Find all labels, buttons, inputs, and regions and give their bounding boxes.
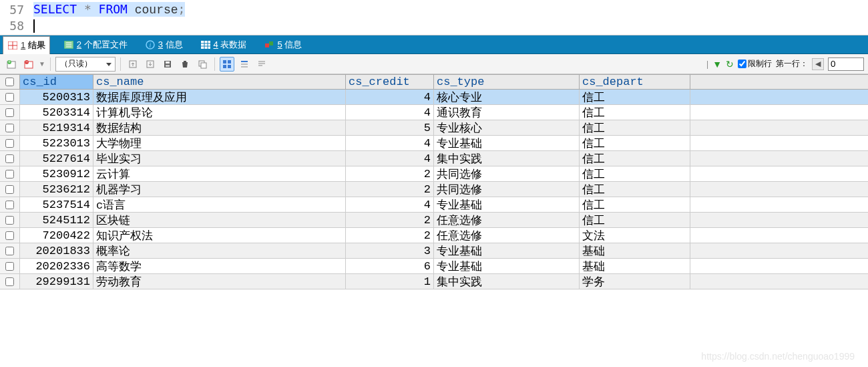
copy-button[interactable] xyxy=(195,57,210,72)
row-checkbox[interactable] xyxy=(0,105,20,120)
cell-cs-id[interactable]: 5227614 xyxy=(20,151,93,166)
view-form-button[interactable] xyxy=(237,57,252,72)
select-all-checkbox[interactable] xyxy=(0,75,20,89)
cell-cs-credit[interactable]: 3 xyxy=(346,243,434,258)
cell-cs-credit[interactable]: 4 xyxy=(346,90,434,104)
dropdown-icon[interactable]: ▼ xyxy=(39,60,45,68)
cell-cs-id[interactable]: 5203314 xyxy=(20,105,93,120)
row-checkbox[interactable] xyxy=(0,259,20,273)
cell-cs-type[interactable]: 专业基础 xyxy=(434,259,580,273)
cell-cs-name[interactable]: 数据库原理及应用 xyxy=(93,90,346,104)
save-button[interactable] xyxy=(160,57,175,72)
cell-cs-credit[interactable]: 4 xyxy=(346,151,434,166)
import-button[interactable] xyxy=(143,57,158,72)
cell-cs-type[interactable]: 专业基础 xyxy=(434,136,580,150)
cell-cs-id[interactable]: 5219314 xyxy=(20,120,93,135)
tab-profile[interactable]: 2 个配置文件 xyxy=(59,35,132,53)
cell-cs-depart[interactable]: 信工 xyxy=(580,151,690,166)
row-checkbox[interactable] xyxy=(0,90,20,104)
readonly-select[interactable]: （只读） xyxy=(55,57,116,72)
col-header-cs-id[interactable]: cs_id xyxy=(20,75,93,89)
cell-cs-type[interactable]: 专业基础 xyxy=(434,243,580,258)
cell-cs-id[interactable]: 5223013 xyxy=(20,136,93,150)
row-checkbox[interactable] xyxy=(0,136,20,150)
cell-cs-type[interactable]: 通识教育 xyxy=(434,105,580,120)
cell-cs-credit[interactable]: 6 xyxy=(346,259,434,273)
cell-cs-credit[interactable]: 2 xyxy=(346,213,434,227)
cell-cs-depart[interactable]: 信工 xyxy=(580,213,690,227)
cell-cs-name[interactable]: 毕业实习 xyxy=(93,151,346,166)
cell-cs-name[interactable]: 云计算 xyxy=(93,166,346,181)
table-row[interactable]: 29299131劳动教育1集中实践学务 xyxy=(0,274,868,289)
cell-cs-name[interactable]: 数据结构 xyxy=(93,120,346,135)
tab-info[interactable]: i 3 信息 xyxy=(141,35,187,53)
table-row[interactable]: 5230912云计算2共同选修信工 xyxy=(0,166,868,182)
cell-cs-id[interactable]: 5237514 xyxy=(20,197,93,212)
cell-cs-id[interactable]: 5245112 xyxy=(20,213,93,227)
row-checkbox[interactable] xyxy=(0,197,20,212)
cell-cs-type[interactable]: 集中实践 xyxy=(434,151,580,166)
tab-result[interactable]: 1 结果 xyxy=(3,36,50,54)
table-row[interactable]: 5200313数据库原理及应用4核心专业信工 xyxy=(0,90,868,105)
cell-cs-name[interactable]: 高等数学 xyxy=(93,259,346,273)
cell-cs-depart[interactable]: 信工 xyxy=(580,197,690,212)
cell-cs-id[interactable]: 7200422 xyxy=(20,228,93,243)
cell-cs-depart[interactable]: 信工 xyxy=(580,182,690,197)
table-row[interactable]: 5237514c语言4专业基础信工 xyxy=(0,197,868,213)
cell-cs-type[interactable]: 专业基础 xyxy=(434,197,580,212)
cell-cs-credit[interactable]: 2 xyxy=(346,182,434,197)
cell-cs-name[interactable]: c语言 xyxy=(93,197,346,212)
cell-cs-credit[interactable]: 4 xyxy=(346,197,434,212)
cell-cs-depart[interactable]: 信工 xyxy=(580,120,690,135)
cell-cs-id[interactable]: 20201833 xyxy=(20,243,93,258)
cell-cs-type[interactable]: 共同选修 xyxy=(434,166,580,181)
cell-cs-name[interactable]: 大学物理 xyxy=(93,136,346,150)
view-text-button[interactable] xyxy=(254,57,269,72)
table-row[interactable]: 7200422知识产权法2任意选修文法 xyxy=(0,228,868,243)
delete-button[interactable] xyxy=(178,57,192,72)
col-header-cs-name[interactable]: cs_name xyxy=(93,75,346,89)
sql-line[interactable]: SELECT * FROM course; xyxy=(33,2,185,17)
cell-cs-depart[interactable]: 文法 xyxy=(580,228,690,243)
cell-cs-name[interactable]: 劳动教育 xyxy=(93,274,346,289)
cell-cs-id[interactable]: 5200313 xyxy=(20,90,93,104)
cell-cs-name[interactable]: 计算机导论 xyxy=(93,105,346,120)
table-row[interactable]: 20201833概率论3专业基础基础 xyxy=(0,243,868,259)
table-row[interactable]: 5219314数据结构5专业核心信工 xyxy=(0,120,868,136)
cell-cs-name[interactable]: 区块链 xyxy=(93,213,346,227)
cell-cs-id[interactable]: 29299131 xyxy=(20,274,93,289)
row-checkbox[interactable] xyxy=(0,274,20,289)
table-row[interactable]: 5245112区块链2任意选修信工 xyxy=(0,213,868,228)
row-checkbox[interactable] xyxy=(0,120,20,135)
cell-cs-depart[interactable]: 信工 xyxy=(580,105,690,120)
export-button[interactable] xyxy=(126,57,140,72)
cell-cs-type[interactable]: 集中实践 xyxy=(434,274,580,289)
view-grid-button[interactable] xyxy=(220,57,234,72)
cell-cs-type[interactable]: 任意选修 xyxy=(434,213,580,227)
col-header-cs-type[interactable]: cs_type xyxy=(434,75,580,89)
cell-cs-credit[interactable]: 5 xyxy=(346,120,434,135)
first-row-input[interactable] xyxy=(828,57,864,71)
cell-cs-type[interactable]: 核心专业 xyxy=(434,90,580,104)
cell-cs-credit[interactable]: 1 xyxy=(346,274,434,289)
table-row[interactable]: 5203314计算机导论4通识教育信工 xyxy=(0,105,868,120)
cell-cs-credit[interactable]: 4 xyxy=(346,105,434,120)
sql-editor[interactable]: 57 SELECT * FROM course; 58 xyxy=(0,0,868,35)
table-row[interactable]: 5227614毕业实习4集中实践信工 xyxy=(0,151,868,166)
col-header-cs-depart[interactable]: cs_depart xyxy=(580,75,690,89)
cell-cs-type[interactable]: 共同选修 xyxy=(434,182,580,197)
row-checkbox[interactable] xyxy=(0,182,20,197)
cell-cs-credit[interactable]: 2 xyxy=(346,166,434,181)
cell-cs-name[interactable]: 知识产权法 xyxy=(93,228,346,243)
table-row[interactable]: 20202336高等数学6专业基础基础 xyxy=(0,259,868,274)
cell-cs-depart[interactable]: 基础 xyxy=(580,259,690,273)
cell-cs-depart[interactable]: 信工 xyxy=(580,136,690,150)
cell-cs-name[interactable]: 机器学习 xyxy=(93,182,346,197)
delete-row-button[interactable]: − xyxy=(21,57,36,72)
limit-rows-checkbox[interactable]: 限制行 xyxy=(738,58,772,70)
row-checkbox[interactable] xyxy=(0,228,20,243)
cell-cs-depart[interactable]: 基础 xyxy=(580,243,690,258)
prev-page-button[interactable]: ◀ xyxy=(812,58,824,70)
cell-cs-type[interactable]: 专业核心 xyxy=(434,120,580,135)
cell-cs-depart[interactable]: 信工 xyxy=(580,166,690,181)
